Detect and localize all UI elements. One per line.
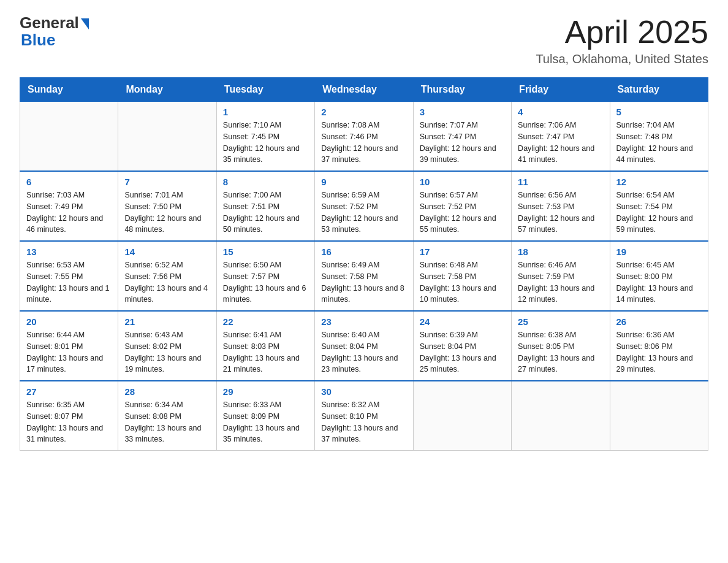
- day-info: Sunrise: 6:38 AMSunset: 8:05 PMDaylight:…: [518, 329, 603, 375]
- day-info: Sunrise: 6:35 AMSunset: 8:07 PMDaylight:…: [26, 399, 112, 445]
- calendar-header-tuesday: Tuesday: [216, 78, 314, 102]
- day-info: Sunrise: 6:53 AMSunset: 7:55 PMDaylight:…: [26, 259, 112, 305]
- day-info: Sunrise: 6:49 AMSunset: 7:58 PMDaylight:…: [321, 259, 406, 305]
- day-number: 11: [518, 177, 603, 187]
- logo-blue-text: Blue: [21, 31, 55, 50]
- calendar-day-cell: 20Sunrise: 6:44 AMSunset: 8:01 PMDayligh…: [20, 311, 118, 381]
- day-info: Sunrise: 6:52 AMSunset: 7:56 PMDaylight:…: [124, 259, 210, 305]
- day-info: Sunrise: 6:59 AMSunset: 7:52 PMDaylight:…: [321, 190, 406, 236]
- day-number: 15: [223, 247, 308, 257]
- calendar-header-sunday: Sunday: [20, 78, 118, 102]
- day-info: Sunrise: 7:07 AMSunset: 7:47 PMDaylight:…: [420, 120, 505, 166]
- calendar-day-cell: 26Sunrise: 6:36 AMSunset: 8:06 PMDayligh…: [610, 311, 708, 381]
- calendar-day-cell: 28Sunrise: 6:34 AMSunset: 8:08 PMDayligh…: [118, 381, 216, 451]
- calendar-day-cell: 29Sunrise: 6:33 AMSunset: 8:09 PMDayligh…: [216, 381, 314, 451]
- calendar-day-cell: [512, 381, 610, 451]
- calendar-day-cell: 3Sunrise: 7:07 AMSunset: 7:47 PMDaylight…: [413, 102, 511, 172]
- day-info: Sunrise: 6:32 AMSunset: 8:10 PMDaylight:…: [321, 399, 406, 445]
- calendar-day-cell: 5Sunrise: 7:04 AMSunset: 7:48 PMDaylight…: [610, 102, 708, 172]
- day-info: Sunrise: 6:48 AMSunset: 7:58 PMDaylight:…: [420, 259, 505, 305]
- calendar-day-cell: 13Sunrise: 6:53 AMSunset: 7:55 PMDayligh…: [20, 241, 118, 311]
- day-number: 22: [223, 316, 308, 327]
- calendar-day-cell: 8Sunrise: 7:00 AMSunset: 7:51 PMDaylight…: [216, 171, 314, 241]
- day-info: Sunrise: 6:36 AMSunset: 8:06 PMDaylight:…: [616, 329, 702, 375]
- day-number: 10: [420, 177, 505, 187]
- calendar-day-cell: 12Sunrise: 6:54 AMSunset: 7:54 PMDayligh…: [610, 171, 708, 241]
- page-title: April 2025: [536, 15, 708, 50]
- day-number: 7: [124, 177, 210, 187]
- day-number: 8: [223, 177, 308, 187]
- day-number: 6: [26, 177, 112, 187]
- calendar-day-cell: [610, 381, 708, 451]
- day-info: Sunrise: 6:39 AMSunset: 8:04 PMDaylight:…: [420, 329, 505, 375]
- day-number: 29: [223, 386, 308, 397]
- day-number: 28: [124, 386, 210, 397]
- day-info: Sunrise: 7:03 AMSunset: 7:49 PMDaylight:…: [26, 190, 112, 236]
- day-info: Sunrise: 6:54 AMSunset: 7:54 PMDaylight:…: [616, 190, 702, 236]
- day-info: Sunrise: 6:44 AMSunset: 8:01 PMDaylight:…: [26, 329, 112, 375]
- calendar-day-cell: 2Sunrise: 7:08 AMSunset: 7:46 PMDaylight…: [315, 102, 413, 172]
- calendar-day-cell: 18Sunrise: 6:46 AMSunset: 7:59 PMDayligh…: [512, 241, 610, 311]
- calendar-week-row: 6Sunrise: 7:03 AMSunset: 7:49 PMDaylight…: [20, 171, 708, 241]
- calendar-week-row: 27Sunrise: 6:35 AMSunset: 8:07 PMDayligh…: [20, 381, 708, 451]
- calendar-day-cell: [20, 102, 118, 172]
- day-info: Sunrise: 7:00 AMSunset: 7:51 PMDaylight:…: [223, 190, 308, 236]
- day-number: 14: [124, 247, 210, 257]
- calendar-header-saturday: Saturday: [610, 78, 708, 102]
- calendar-day-cell: 22Sunrise: 6:41 AMSunset: 8:03 PMDayligh…: [216, 311, 314, 381]
- day-info: Sunrise: 6:34 AMSunset: 8:08 PMDaylight:…: [124, 399, 210, 445]
- calendar-day-cell: 19Sunrise: 6:45 AMSunset: 8:00 PMDayligh…: [610, 241, 708, 311]
- calendar-day-cell: 4Sunrise: 7:06 AMSunset: 7:47 PMDaylight…: [512, 102, 610, 172]
- calendar-day-cell: 9Sunrise: 6:59 AMSunset: 7:52 PMDaylight…: [315, 171, 413, 241]
- logo-arrow-icon: [81, 18, 89, 29]
- calendar-day-cell: 27Sunrise: 6:35 AMSunset: 8:07 PMDayligh…: [20, 381, 118, 451]
- day-number: 19: [616, 247, 702, 257]
- day-number: 30: [321, 386, 406, 397]
- title-block: April 2025 Tulsa, Oklahoma, United State…: [536, 15, 708, 66]
- calendar-day-cell: 10Sunrise: 6:57 AMSunset: 7:52 PMDayligh…: [413, 171, 511, 241]
- calendar-day-cell: [413, 381, 511, 451]
- day-number: 21: [124, 316, 210, 327]
- day-info: Sunrise: 7:10 AMSunset: 7:45 PMDaylight:…: [223, 120, 308, 166]
- day-number: 9: [321, 177, 406, 187]
- calendar-week-row: 1Sunrise: 7:10 AMSunset: 7:45 PMDaylight…: [20, 102, 708, 172]
- day-number: 2: [321, 107, 406, 117]
- calendar-week-row: 20Sunrise: 6:44 AMSunset: 8:01 PMDayligh…: [20, 311, 708, 381]
- logo-general-text: General: [20, 15, 79, 31]
- day-info: Sunrise: 6:50 AMSunset: 7:57 PMDaylight:…: [223, 259, 308, 305]
- day-number: 17: [420, 247, 505, 257]
- day-number: 23: [321, 316, 406, 327]
- calendar-day-cell: 1Sunrise: 7:10 AMSunset: 7:45 PMDaylight…: [216, 102, 314, 172]
- day-number: 3: [420, 107, 505, 117]
- calendar-day-cell: 7Sunrise: 7:01 AMSunset: 7:50 PMDaylight…: [118, 171, 216, 241]
- day-info: Sunrise: 7:08 AMSunset: 7:46 PMDaylight:…: [321, 120, 406, 166]
- day-info: Sunrise: 6:56 AMSunset: 7:53 PMDaylight:…: [518, 190, 603, 236]
- day-info: Sunrise: 6:40 AMSunset: 8:04 PMDaylight:…: [321, 329, 406, 375]
- day-number: 16: [321, 247, 406, 257]
- page-subtitle: Tulsa, Oklahoma, United States: [536, 52, 708, 66]
- day-info: Sunrise: 6:33 AMSunset: 8:09 PMDaylight:…: [223, 399, 308, 445]
- calendar-header-monday: Monday: [118, 78, 216, 102]
- logo: General Blue: [20, 15, 89, 50]
- day-number: 27: [26, 386, 112, 397]
- calendar-day-cell: 23Sunrise: 6:40 AMSunset: 8:04 PMDayligh…: [315, 311, 413, 381]
- day-info: Sunrise: 7:04 AMSunset: 7:48 PMDaylight:…: [616, 120, 702, 166]
- day-number: 24: [420, 316, 505, 327]
- day-info: Sunrise: 6:46 AMSunset: 7:59 PMDaylight:…: [518, 259, 603, 305]
- day-number: 26: [616, 316, 702, 327]
- calendar-day-cell: 30Sunrise: 6:32 AMSunset: 8:10 PMDayligh…: [315, 381, 413, 451]
- day-number: 20: [26, 316, 112, 327]
- day-info: Sunrise: 6:41 AMSunset: 8:03 PMDaylight:…: [223, 329, 308, 375]
- day-number: 1: [223, 107, 308, 117]
- calendar-table: SundayMondayTuesdayWednesdayThursdayFrid…: [20, 77, 708, 451]
- calendar-day-cell: [118, 102, 216, 172]
- day-info: Sunrise: 7:01 AMSunset: 7:50 PMDaylight:…: [124, 190, 210, 236]
- day-number: 18: [518, 247, 603, 257]
- calendar-day-cell: 15Sunrise: 6:50 AMSunset: 7:57 PMDayligh…: [216, 241, 314, 311]
- calendar-day-cell: 17Sunrise: 6:48 AMSunset: 7:58 PMDayligh…: [413, 241, 511, 311]
- calendar-header-friday: Friday: [512, 78, 610, 102]
- page-header: General Blue April 2025 Tulsa, Oklahoma,…: [20, 15, 708, 66]
- calendar-header-thursday: Thursday: [413, 78, 511, 102]
- day-number: 25: [518, 316, 603, 327]
- calendar-day-cell: 11Sunrise: 6:56 AMSunset: 7:53 PMDayligh…: [512, 171, 610, 241]
